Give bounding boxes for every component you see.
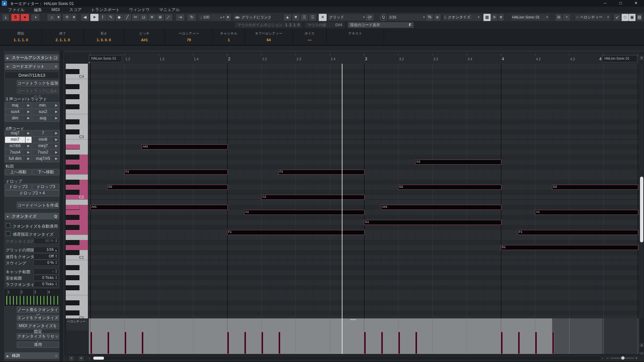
setup-window-layout-button[interactable]: ▣: [629, 14, 636, 21]
black-key[interactable]: [66, 94, 79, 99]
chord4-min6[interactable]: min6▶: [33, 136, 60, 143]
inversion-0[interactable]: 上へ移動: [5, 169, 32, 175]
chord-apply-arrow-icon[interactable]: ▶: [53, 115, 59, 121]
zoom-in-vertical-button[interactable]: ▪: [640, 343, 644, 347]
zoom-in-h-button[interactable]: +: [635, 356, 639, 360]
velocity-bar-10[interactable]: [398, 332, 400, 354]
white-key[interactable]: [66, 295, 88, 300]
part-editing-mode-button[interactable]: ✛: [62, 14, 72, 21]
velocity-bar-0[interactable]: [90, 332, 92, 354]
inversion-1[interactable]: 下へ移動: [32, 169, 59, 175]
snap-type-dropdown[interactable]: グリッド▼: [327, 14, 367, 21]
grid-link-dropdown[interactable]: ◀▶グリッドにリンク▼: [233, 14, 271, 21]
move-up-octave-button[interactable]: ⍐: [300, 14, 308, 21]
autoscroll-button[interactable]: ⇥: [176, 14, 185, 21]
velocity-bar-5[interactable]: [244, 332, 246, 354]
triad-sus2[interactable]: sus2▶: [33, 109, 60, 115]
white-key[interactable]: [66, 124, 88, 129]
chord-apply-arrow-icon[interactable]: ▶: [53, 156, 59, 162]
chord-apply-arrow-icon[interactable]: ▶: [25, 156, 32, 162]
midi-note-D1-12[interactable]: D1: [501, 245, 638, 250]
triad-maj[interactable]: maj▶: [5, 102, 32, 109]
quantize-action-0[interactable]: ノート長をクオンタイズ: [17, 307, 59, 313]
close-button[interactable]: ✕: [629, 0, 643, 7]
ruler-options-button[interactable]: ▼: [640, 56, 644, 60]
object-selection-tool[interactable]: ➤: [90, 14, 99, 21]
white-key[interactable]: [66, 79, 88, 84]
split-tool[interactable]: ✂: [131, 14, 140, 21]
black-key[interactable]: [66, 180, 79, 185]
infoline-field-3[interactable]: ピッチA#1: [124, 29, 165, 45]
lane-resize-handle-dot[interactable]: [353, 319, 354, 320]
black-key[interactable]: [66, 165, 79, 170]
insert-velocity-dropdown[interactable]: ▾: [225, 14, 231, 21]
quantize-preset-dropdown[interactable]: 1/16▼: [387, 14, 427, 21]
open-in-lower-zone-button[interactable]: ↙: [613, 14, 621, 21]
white-key-highlighted[interactable]: [66, 185, 88, 190]
quantize-action-2[interactable]: MIDI クオンタイズを固定: [17, 323, 59, 329]
black-key[interactable]: [66, 240, 79, 245]
mute-tool[interactable]: ✕: [148, 14, 156, 21]
move-down-more-button[interactable]: ⍗: [309, 14, 317, 21]
zoom-out-h-button[interactable]: −: [606, 356, 610, 360]
chord-apply-arrow-icon[interactable]: ▶: [53, 130, 59, 136]
white-key[interactable]: [66, 315, 88, 319]
scroll-right-arrow[interactable]: ›: [602, 357, 604, 360]
menu-icon[interactable]: ≡: [55, 64, 57, 69]
velocity-bar-8[interactable]: [364, 332, 366, 354]
record-in-editor-button[interactable]: ●: [20, 14, 29, 21]
infoline-field-5[interactable]: チャンネル1: [213, 29, 245, 45]
chord-apply-arrow-icon[interactable]: ▶: [25, 115, 32, 121]
triad-dim[interactable]: dim▶: [5, 115, 32, 122]
infoline-field-0[interactable]: 開始1. 1. 1. 0: [0, 29, 42, 45]
white-key[interactable]: [66, 99, 88, 104]
quantize-field-3[interactable]: 0 %▲▼: [34, 260, 59, 266]
drop-1[interactable]: ドロップ3: [32, 184, 59, 190]
white-key-highlighted[interactable]: [66, 245, 88, 250]
reset-quantize-button[interactable]: クオンタイズをリセット: [17, 333, 59, 340]
stepper-icon[interactable]: ▲▼: [55, 282, 58, 286]
chord4-min7[interactable]: min7▶: [5, 136, 32, 143]
black-key[interactable]: [66, 275, 79, 280]
white-key[interactable]: [66, 305, 88, 310]
menu-3[interactable]: スコア: [64, 7, 86, 13]
velocity-bar-13[interactable]: [518, 332, 520, 354]
midi-note-D2-1[interactable]: D2: [107, 185, 228, 190]
insert-velocity-value[interactable]: 100: [203, 15, 209, 19]
layer-dropdown[interactable]: ▾: [498, 14, 504, 21]
black-key[interactable]: [66, 300, 79, 305]
chord-apply-arrow-icon[interactable]: ▶: [53, 149, 59, 156]
chord-apply-arrow-icon[interactable]: ▶: [25, 130, 32, 136]
quantize-panel-button[interactable]: e: [434, 14, 441, 21]
auto-apply-quantize-checkbox[interactable]: [6, 223, 10, 228]
velocity-bar-4[interactable]: [227, 332, 229, 354]
layer-button[interactable]: ≡: [491, 14, 498, 21]
infoline-field-2[interactable]: 長さ1. 0. 0. 0: [84, 29, 124, 45]
snap-on-off-button[interactable]: ✕: [319, 14, 327, 21]
velocity-bar-2[interactable]: [124, 332, 126, 354]
glue-tool[interactable]: ⊔: [140, 14, 148, 21]
chord4-maj75[interactable]: maj7/#5▶: [33, 156, 60, 162]
transpose-section-header[interactable]: ▶ 移調 ♪: [5, 352, 59, 359]
quantize-action-1[interactable]: エンドをクオンタイズ: [17, 315, 59, 321]
quantize-field-6[interactable]: 0 Ticks▲▼: [34, 281, 59, 287]
keyboard-focus-button[interactable]: ▦: [483, 14, 491, 21]
chord-apply-arrow-icon[interactable]: ▶: [53, 103, 59, 109]
chord-apply-arrow-icon[interactable]: ▶: [25, 149, 32, 156]
chord-apply-arrow-icon[interactable]: ▶: [53, 109, 59, 115]
chord-apply-arrow-icon[interactable]: ▶: [25, 109, 32, 115]
chord4-minj7[interactable]: minj7▶: [33, 143, 60, 149]
menu-2[interactable]: MIDI: [47, 7, 64, 13]
window-layout-button[interactable]: □: [622, 14, 629, 21]
midi-note-G1-8[interactable]: G1: [364, 220, 501, 225]
white-key-highlighted[interactable]: [66, 195, 88, 200]
pin-icon-button[interactable]: ⤓: [2, 14, 9, 21]
add-chord-track-button[interactable]: コードトラックを追加: [17, 80, 59, 86]
trim-tool[interactable]: I: [99, 14, 107, 21]
black-key[interactable]: [66, 215, 79, 220]
vertical-scrollbar-track[interactable]: [640, 64, 643, 318]
quantize-field-2[interactable]: Off▲▼: [34, 253, 59, 259]
chord-apply-arrow-icon[interactable]: ▶: [25, 137, 32, 143]
velocity-bar-7[interactable]: [278, 332, 280, 354]
white-key[interactable]: [66, 255, 88, 260]
